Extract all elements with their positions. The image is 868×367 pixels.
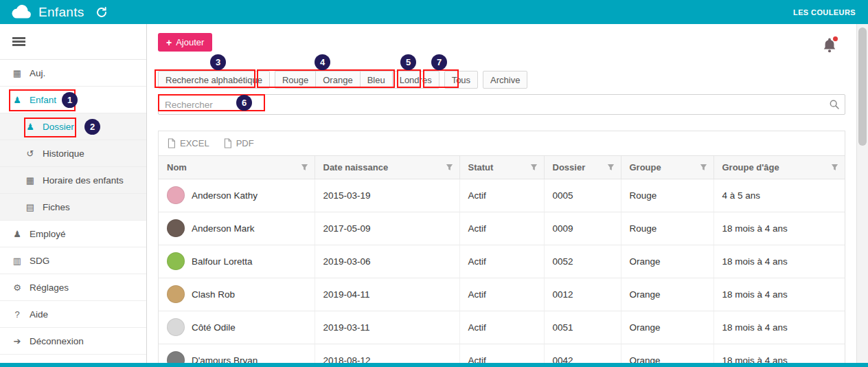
child-folder-icon: ♟	[25, 122, 36, 132]
add-button[interactable]: + Ajouter	[158, 33, 212, 52]
filter-button-tous[interactable]: Tous	[444, 71, 478, 89]
table-row[interactable]: Clash Rob 2019-04-11 Actif 0012 Orange 1…	[159, 278, 845, 311]
avatar	[167, 186, 185, 204]
sidebar-item-employe[interactable]: ♟ Employé	[0, 221, 146, 247]
refresh-icon[interactable]	[95, 6, 108, 19]
column-header-nom[interactable]: Nom	[159, 156, 315, 179]
gear-icon: ⚙	[12, 282, 23, 293]
filter-funnel-icon[interactable]	[446, 164, 453, 171]
table-row[interactable]: Côté Odile 2019-03-11 Actif 0051 Orange …	[159, 311, 845, 344]
data-grid: EXCEL PDF Nom	[158, 131, 845, 363]
sheets-icon: ▤	[25, 202, 36, 212]
help-icon: ?	[12, 309, 23, 320]
sidebar-item-fiches[interactable]: ▤ Fiches	[0, 194, 146, 221]
filter-button-londres[interactable]: Londres	[392, 71, 439, 89]
notification-dot	[833, 36, 838, 41]
calendar-icon: ▦	[12, 68, 23, 78]
filter-button-orange[interactable]: Orange	[315, 71, 359, 89]
column-header-groupe-age[interactable]: Groupe d'âge	[713, 156, 845, 179]
hamburger-icon	[12, 36, 25, 48]
bottom-accent-bar	[0, 363, 868, 367]
table-row[interactable]: Anderson Mark 2017-05-09 Actif 0009 Roug…	[159, 212, 845, 245]
app-title: Enfants	[38, 5, 84, 20]
avatar	[167, 219, 185, 237]
search-input[interactable]	[158, 94, 845, 115]
export-excel-button[interactable]: EXCEL	[167, 138, 209, 148]
sidebar-item-enfant[interactable]: ♟ Enfant	[0, 87, 146, 113]
scrollbar-thumb[interactable]	[858, 27, 867, 146]
sidebar-item-reglages[interactable]: ⚙ Réglages	[0, 274, 146, 301]
sidebar: ▦ Auj. ♟ Enfant ♟ Dossier ↺ Historique ▦…	[0, 24, 147, 363]
avatar	[167, 285, 185, 303]
alphabetical-search-button[interactable]: Recherche alphabétique	[158, 71, 270, 89]
schedule-icon: ▦	[25, 175, 36, 186]
plus-icon: +	[166, 37, 172, 48]
avatar	[167, 318, 185, 336]
logout-icon: ➔	[12, 336, 23, 346]
table-header: Nom Date naissance Statut Dossier	[159, 156, 845, 179]
child-icon: ♟	[12, 95, 23, 105]
table-row[interactable]: Anderson Kathy 2015-03-19 Actif 0005 Rou…	[159, 179, 845, 212]
search-icon[interactable]	[829, 99, 840, 110]
filter-button-archive[interactable]: Archive	[483, 71, 527, 89]
filter-funnel-icon[interactable]	[301, 164, 308, 171]
filter-funnel-icon[interactable]	[607, 164, 615, 171]
excel-file-icon	[167, 138, 176, 148]
table-body: Anderson Kathy 2015-03-19 Actif 0005 Rou…	[159, 179, 845, 363]
table-row[interactable]: Balfour Loretta 2019-03-06 Actif 0052 Or…	[159, 245, 845, 278]
search-bar	[158, 94, 845, 115]
pdf-file-icon	[223, 138, 232, 148]
app-logo-cloud-icon	[10, 4, 33, 21]
sidebar-item-horaire-des-enfants[interactable]: ▦ Horaire des enfants	[0, 167, 146, 194]
filter-funnel-icon[interactable]	[530, 164, 538, 171]
column-header-date-naissance[interactable]: Date naissance	[315, 156, 459, 179]
employee-icon: ♟	[12, 229, 23, 239]
group-filter-button-group: Rouge Orange Bleu Londres	[275, 71, 439, 89]
table-row[interactable]: D'amours Bryan 2018-08-12 Actif 0042 Ora…	[159, 344, 845, 363]
top-bar: Enfants LES COULEURS	[0, 0, 868, 24]
avatar	[167, 351, 185, 363]
column-header-dossier[interactable]: Dossier	[544, 156, 621, 179]
menu-toggle-button[interactable]	[0, 24, 146, 60]
action-row: + Ajouter	[158, 33, 856, 52]
sdg-icon: ▥	[12, 256, 23, 266]
sidebar-item-deconnexion[interactable]: ➔ Déconnexion	[0, 328, 146, 355]
avatar	[167, 252, 185, 270]
sidebar-item-historique[interactable]: ↺ Historique	[0, 140, 146, 167]
sidebar-nav: ▦ Auj. ♟ Enfant ♟ Dossier ↺ Historique ▦…	[0, 60, 146, 355]
filter-button-bleu[interactable]: Bleu	[360, 71, 392, 89]
sidebar-item-sdg[interactable]: ▥ SDG	[0, 247, 146, 274]
export-pdf-button[interactable]: PDF	[223, 138, 254, 148]
filter-funnel-icon[interactable]	[700, 164, 707, 171]
filter-button-rouge[interactable]: Rouge	[275, 71, 315, 89]
export-toolbar: EXCEL PDF	[159, 131, 845, 156]
notifications-bell-button[interactable]	[822, 36, 838, 54]
sidebar-item-aide[interactable]: ? Aide	[0, 301, 146, 328]
vertical-scrollbar[interactable]	[856, 24, 868, 363]
filter-funnel-icon[interactable]	[831, 164, 838, 171]
sidebar-item-aujourdhui[interactable]: ▦ Auj.	[0, 60, 146, 87]
main-content: + Ajouter Recherche alphabétique Rouge O…	[147, 24, 856, 363]
history-icon: ↺	[25, 148, 36, 159]
column-header-statut[interactable]: Statut	[459, 156, 544, 179]
children-table: Nom Date naissance Statut Dossier	[159, 156, 845, 363]
filter-row: Recherche alphabétique Rouge Orange Bleu…	[158, 71, 856, 89]
column-header-groupe[interactable]: Groupe	[621, 156, 713, 179]
organization-label: LES COULEURS	[793, 8, 858, 16]
sidebar-item-dossier[interactable]: ♟ Dossier	[0, 113, 146, 140]
